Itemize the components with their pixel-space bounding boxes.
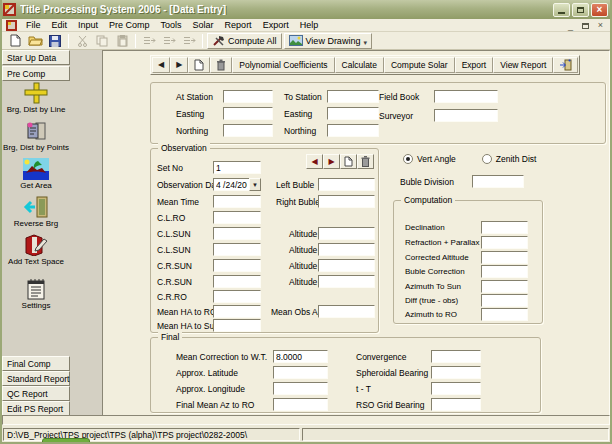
zenith-dist-radio[interactable]: Zenith Dist	[482, 154, 537, 164]
open-file-button[interactable]	[26, 33, 44, 49]
observation-date-combo[interactable]: ▼	[213, 178, 261, 191]
approx-latitude-input[interactable]	[273, 366, 328, 379]
at-station-input[interactable]	[223, 90, 273, 103]
next-record-button[interactable]: ▶	[170, 57, 188, 73]
clsun2-altitude-input[interactable]	[318, 243, 375, 256]
convergence-input[interactable]	[431, 350, 481, 363]
delete-record-button[interactable]	[210, 57, 232, 73]
previous-record-button[interactable]: ◀	[152, 57, 170, 73]
declination-input[interactable]	[481, 221, 528, 234]
close-button[interactable]: ×	[591, 3, 608, 17]
clsun1-input[interactable]	[213, 227, 261, 240]
sidebar-item-get-area[interactable]: Get Area	[2, 157, 70, 190]
crsun1-input[interactable]	[213, 259, 261, 272]
vert-angle-radio[interactable]: Vert Angle	[403, 154, 456, 164]
rso-grid-bearing-input[interactable]	[431, 398, 481, 411]
cut-button[interactable]	[73, 33, 91, 49]
mdi-restore-button[interactable]	[580, 20, 591, 30]
sidebar-tab-final-comp[interactable]: Final Comp	[2, 356, 70, 371]
menu-input[interactable]: Input	[73, 19, 103, 31]
azimuth-to-sun-input[interactable]	[481, 280, 528, 293]
mean-correction-wt-input[interactable]	[273, 350, 328, 363]
copy-button[interactable]	[93, 33, 111, 49]
sidebar-tab-standard-report[interactable]: Standard Report	[2, 371, 70, 386]
sidebar-item-brg-dist-by-line[interactable]: Brg, Dist by Line	[2, 81, 70, 114]
compute-solar-button[interactable]: Compute Solar	[384, 57, 455, 73]
exit-button[interactable]	[553, 57, 578, 73]
restore-button[interactable]	[572, 3, 589, 17]
compute-all-button[interactable]: Compute All	[207, 33, 282, 49]
menu-help[interactable]: Help	[295, 19, 324, 31]
menu-file[interactable]: File	[21, 19, 46, 31]
mean-time-input[interactable]	[213, 195, 261, 208]
view-drawing-button[interactable]: View Drawing ▾	[284, 33, 372, 49]
t-minus-t-input[interactable]	[431, 382, 481, 395]
insert-row-button[interactable]	[180, 33, 198, 49]
menu-pre-comp[interactable]: Pre Comp	[104, 19, 155, 31]
observation-date-input[interactable]	[213, 178, 249, 191]
to-northing-input[interactable]	[327, 124, 379, 137]
menu-bar: File Edit Input Pre Comp Tools Solar Rep…	[2, 19, 610, 32]
menu-tools[interactable]: Tools	[156, 19, 187, 31]
sidebar-item-settings[interactable]: Settings	[2, 277, 70, 310]
field-book-input[interactable]	[434, 90, 498, 103]
crro-input[interactable]	[213, 290, 261, 303]
sidebar-tab-qc-report[interactable]: QC Report	[2, 386, 70, 401]
surveyor-input[interactable]	[434, 109, 498, 122]
approx-longitude-input[interactable]	[273, 382, 328, 395]
new-file-button[interactable]	[6, 33, 24, 49]
menu-export[interactable]: Export	[258, 19, 294, 31]
sidebar-tab-star-up-data[interactable]: Star Up Data	[2, 50, 70, 65]
polynomial-coefficients-button[interactable]: Polynomial Coefficients	[232, 57, 334, 73]
menu-solar[interactable]: Solar	[188, 19, 219, 31]
next-set-button[interactable]: ▶	[323, 154, 340, 169]
clro-input[interactable]	[213, 211, 261, 224]
delete-set-button[interactable]	[357, 154, 374, 169]
save-button[interactable]	[46, 33, 64, 49]
sidebar-item-add-text-space[interactable]: Add Text Space	[2, 233, 70, 266]
mdi-minimize-button[interactable]: _	[565, 20, 576, 30]
diff-true-obs-input[interactable]	[481, 294, 528, 307]
insert-row-button[interactable]	[140, 33, 158, 49]
view-report-button[interactable]: View Report	[493, 57, 553, 73]
new-record-button[interactable]	[188, 57, 210, 73]
sidebar-item-brg-dist-by-points[interactable]: Brg, Dist by Points	[2, 119, 70, 152]
sidebar-item-reverse-brg[interactable]: Reverse Brg	[2, 195, 70, 228]
new-set-button[interactable]	[340, 154, 357, 169]
refraction-parallax-input[interactable]	[481, 236, 528, 249]
mdi-close-button[interactable]: ×	[595, 20, 606, 30]
left-buble-input[interactable]	[318, 178, 375, 191]
paste-button[interactable]	[113, 33, 131, 49]
menu-report[interactable]: Report	[220, 19, 257, 31]
mean-ha-to-ro-input[interactable]	[213, 305, 261, 318]
calculate-button[interactable]: Calculate	[335, 57, 384, 73]
final-mean-az-to-ro-input[interactable]	[273, 398, 328, 411]
insert-row-button[interactable]	[160, 33, 178, 49]
sidebar-tab-edit-ps-report[interactable]: Edit PS Report	[2, 401, 70, 416]
crsun2-input[interactable]	[213, 275, 261, 288]
at-northing-input[interactable]	[223, 124, 273, 137]
buble-division-input[interactable]	[472, 175, 524, 188]
set-no-input[interactable]	[213, 161, 261, 174]
to-station-input[interactable]	[327, 90, 379, 103]
clsun1-altitude-input[interactable]	[318, 227, 375, 240]
previous-set-button[interactable]: ◀	[306, 154, 323, 169]
buble-correction-input[interactable]	[481, 265, 528, 278]
minimize-button[interactable]	[553, 3, 570, 17]
corrected-altitude-input[interactable]	[481, 251, 528, 264]
date-dropdown-button[interactable]: ▼	[249, 178, 261, 191]
to-easting-input[interactable]	[327, 107, 379, 120]
sidebar-tab-pre-comp[interactable]: Pre Comp	[2, 66, 70, 81]
export-button[interactable]: Export	[455, 57, 494, 73]
clsun2-input[interactable]	[213, 243, 261, 256]
reverse-brg-icon	[23, 195, 49, 218]
mean-obs-alt-input[interactable]	[318, 305, 375, 318]
mean-ha-to-sun-input[interactable]	[213, 319, 261, 332]
at-easting-input[interactable]	[223, 107, 273, 120]
right-buble-input[interactable]	[318, 195, 375, 208]
crsun1-altitude-input[interactable]	[318, 259, 375, 272]
crsun2-altitude-input[interactable]	[318, 275, 375, 288]
spheroidal-bearing-input[interactable]	[431, 366, 481, 379]
azimuth-to-ro-input[interactable]	[481, 308, 528, 321]
menu-edit[interactable]: Edit	[47, 19, 73, 31]
